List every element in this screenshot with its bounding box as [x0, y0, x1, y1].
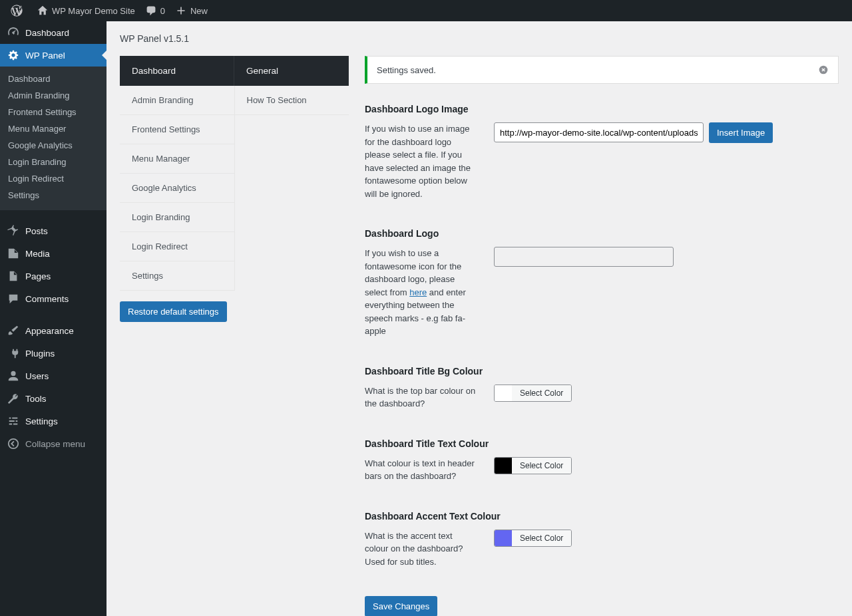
- menu-label: WP Panel: [25, 51, 65, 61]
- plus-icon: [176, 5, 186, 16]
- menu-media[interactable]: Media: [0, 242, 106, 265]
- accent-text-color-picker[interactable]: Select Color: [494, 530, 572, 547]
- brush-icon: [7, 325, 20, 337]
- menu-label: Posts: [25, 226, 48, 236]
- menu-label: Plugins: [25, 349, 55, 359]
- menu-plugins[interactable]: Plugins: [0, 342, 106, 365]
- color-swatch: [495, 385, 512, 401]
- menu-users[interactable]: Users: [0, 365, 106, 387]
- wordpress-icon: [11, 5, 23, 17]
- notice-text: Settings saved.: [377, 65, 436, 75]
- sub-menu-manager[interactable]: Menu Manager: [0, 120, 106, 137]
- sub-frontend-settings[interactable]: Frontend Settings: [0, 104, 106, 120]
- menu-label: Dashboard: [25, 28, 69, 38]
- menu-label: Appearance: [25, 326, 74, 336]
- save-changes-button[interactable]: Save Changes: [365, 596, 437, 616]
- comments-link[interactable]: 0: [140, 0, 170, 21]
- restore-default-button[interactable]: Restore default settings: [120, 301, 227, 322]
- tab-general[interactable]: General: [234, 56, 349, 86]
- menu-posts[interactable]: Posts: [0, 220, 106, 242]
- logo-image-input[interactable]: [494, 122, 704, 142]
- menu-label: Users: [25, 371, 49, 381]
- sub-login-branding[interactable]: Login Branding: [0, 154, 106, 170]
- collapse-menu[interactable]: Collapse menu: [0, 432, 106, 455]
- user-icon: [7, 370, 20, 382]
- menu-label: Tools: [25, 394, 47, 404]
- menu-label: Media: [25, 249, 50, 259]
- field-dashboard-logo: Dashboard Logo If you wish to use a font…: [365, 228, 839, 338]
- field-title: Dashboard Title Bg Colour: [365, 366, 839, 377]
- nav-google-analytics[interactable]: Google Analytics: [120, 174, 234, 203]
- home-icon: [37, 5, 48, 16]
- menu-appearance[interactable]: Appearance: [0, 319, 106, 342]
- fontawesome-link[interactable]: here: [409, 287, 427, 297]
- field-desc: If you wish to use an image for the dash…: [365, 122, 478, 200]
- site-name-link[interactable]: WP Mayor Demo Site: [32, 0, 140, 21]
- menu-label: Comments: [25, 294, 69, 304]
- field-title-bg-colour: Dashboard Title Bg Colour What is the to…: [365, 366, 839, 410]
- field-title-text-colour: Dashboard Title Text Colour What colour …: [365, 438, 839, 483]
- settings-saved-notice: Settings saved.: [365, 56, 839, 84]
- nav-frontend-settings[interactable]: Frontend Settings: [120, 115, 234, 144]
- color-swatch: [495, 458, 512, 474]
- page-title: WP Panel v1.5.1: [120, 28, 839, 56]
- dismiss-icon[interactable]: [818, 65, 829, 75]
- nav-login-redirect[interactable]: Login Redirect: [120, 232, 234, 261]
- menu-wp-panel[interactable]: WP Panel: [0, 44, 106, 67]
- gear-icon: [7, 49, 20, 61]
- page-icon: [7, 270, 20, 282]
- field-title: Dashboard Logo: [365, 228, 839, 239]
- logo-icon-input[interactable]: [494, 247, 674, 267]
- admin-bar: WP Mayor Demo Site 0 New: [0, 0, 852, 21]
- field-title: Dashboard Logo Image: [365, 104, 839, 114]
- nav-settings[interactable]: Settings: [120, 261, 234, 291]
- sub-dashboard[interactable]: Dashboard: [0, 71, 106, 87]
- new-content-link[interactable]: New: [170, 0, 213, 21]
- site-name: WP Mayor Demo Site: [52, 6, 135, 16]
- sub-settings[interactable]: Settings: [0, 187, 106, 204]
- comments-count: 0: [160, 6, 165, 16]
- title-bg-color-picker[interactable]: Select Color: [494, 385, 572, 402]
- sub-login-redirect[interactable]: Login Redirect: [0, 170, 106, 187]
- content-area: WP Panel v1.5.1 Dashboard General Admin …: [106, 21, 852, 616]
- wp-logo-menu[interactable]: [5, 0, 32, 21]
- field-desc: What colour is text in header bars on th…: [365, 457, 478, 483]
- plug-icon: [7, 347, 20, 359]
- sliders-icon: [7, 415, 20, 427]
- settings-area: Settings saved. Dashboard Logo Image If …: [365, 56, 839, 616]
- field-title: Dashboard Accent Text Colour: [365, 511, 839, 522]
- menu-separator: [0, 210, 106, 220]
- field-desc: What is the accent text colour on the da…: [365, 530, 478, 569]
- title-text-color-picker[interactable]: Select Color: [494, 457, 572, 474]
- select-color-label: Select Color: [512, 458, 571, 474]
- menu-pages[interactable]: Pages: [0, 265, 106, 287]
- menu-dashboard[interactable]: Dashboard: [0, 21, 106, 44]
- sub-admin-branding[interactable]: Admin Branding: [0, 87, 106, 104]
- wp-panel-submenu: Dashboard Admin Branding Frontend Settin…: [0, 67, 106, 210]
- wrench-icon: [7, 392, 20, 404]
- sub-google-analytics[interactable]: Google Analytics: [0, 137, 106, 154]
- menu-label: Pages: [25, 271, 51, 281]
- pin-icon: [7, 225, 20, 237]
- menu-comments[interactable]: Comments: [0, 287, 106, 310]
- tab-dashboard[interactable]: Dashboard: [120, 56, 234, 86]
- color-swatch: [495, 530, 512, 546]
- select-color-label: Select Color: [512, 385, 571, 401]
- menu-separator: [0, 310, 106, 319]
- new-label: New: [190, 6, 208, 16]
- comment-icon: [146, 5, 156, 16]
- svg-point-0: [9, 439, 18, 448]
- insert-image-button[interactable]: Insert Image: [709, 122, 773, 143]
- menu-label: Settings: [25, 416, 58, 426]
- field-accent-text-colour: Dashboard Accent Text Colour What is the…: [365, 511, 839, 569]
- nav-login-branding[interactable]: Login Branding: [120, 203, 234, 232]
- admin-sidebar: Dashboard WP Panel Dashboard Admin Brand…: [0, 21, 106, 616]
- nav-admin-branding[interactable]: Admin Branding: [120, 86, 234, 115]
- collapse-label: Collapse menu: [25, 439, 85, 449]
- menu-tools[interactable]: Tools: [0, 387, 106, 410]
- menu-settings[interactable]: Settings: [0, 410, 106, 432]
- nav-menu-manager[interactable]: Menu Manager: [120, 144, 234, 174]
- nav-how-to[interactable]: How To Section: [235, 86, 349, 115]
- settings-nav: Dashboard General Admin Branding Fronten…: [120, 56, 349, 322]
- field-desc: What is the top bar colour on the dashbo…: [365, 385, 478, 410]
